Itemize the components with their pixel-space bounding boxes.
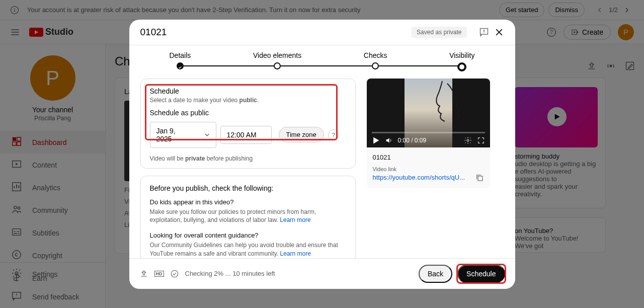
private-note: Video will be private before publishing <box>141 148 355 162</box>
schedule-button[interactable]: Schedule <box>457 265 505 283</box>
step-checks[interactable]: Checks <box>364 51 387 71</box>
step-details[interactable]: Details <box>170 51 191 71</box>
video-thumbnail[interactable]: 0:00 / 0:09 <box>367 79 490 147</box>
publish-check-card: Before you publish, check the following:… <box>140 176 356 258</box>
play-icon[interactable] <box>372 136 380 144</box>
dialog-header: 01021 Saved as private <box>129 20 515 45</box>
schedule-desc: Select a date to make your video public. <box>150 97 346 104</box>
schedule-sub: Schedule as public <box>150 109 346 117</box>
back-button[interactable]: Back <box>419 265 452 283</box>
step-label: Checks <box>364 51 387 59</box>
schedule-title: Schedule <box>150 87 346 95</box>
dialog-body: Schedule Select a date to make your vide… <box>129 71 515 258</box>
step-label: Details <box>170 51 191 59</box>
check-q1: Do kids appear in this video? <box>150 198 346 206</box>
learn-more-link[interactable]: Learn more <box>280 216 310 223</box>
check-q2: Looking for overall content guidance? <box>150 232 346 239</box>
check-d1: Make sure you follow our policies to pro… <box>150 208 346 225</box>
close-icon[interactable] <box>494 27 504 37</box>
schedule-card: Schedule Select a date to make your vide… <box>140 79 356 169</box>
video-link-label: Video link <box>373 166 484 172</box>
modal-overlay: 01021 Saved as private Details Video ele… <box>0 0 644 308</box>
video-time: 0:00 / 0:09 <box>398 137 427 144</box>
video-preview: 0:00 / 0:09 01021 Video link https://you… <box>367 79 490 188</box>
upload-status-icon <box>139 269 148 278</box>
fullscreen-icon[interactable] <box>477 136 485 144</box>
svg-rect-22 <box>478 176 482 181</box>
video-link[interactable]: https://youtube.com/shorts/qU... <box>373 174 465 181</box>
time-input[interactable] <box>220 126 272 144</box>
step-visibility[interactable]: Visibility <box>449 51 474 71</box>
chevron-down-icon <box>205 133 209 136</box>
footer-status: Checking 2% ... 10 minutes left <box>185 270 275 277</box>
video-title: 01021 <box>373 153 484 161</box>
help-icon[interactable]: ? <box>328 129 339 140</box>
date-value: Jan 9, 2025 <box>156 127 190 143</box>
dialog-title: 01021 <box>140 27 412 38</box>
svg-point-23 <box>171 270 178 277</box>
svg-point-21 <box>467 139 469 141</box>
upload-dialog: 01021 Saved as private Details Video ele… <box>129 20 515 289</box>
check-title: Before you publish, check the following: <box>150 184 346 192</box>
saved-chip: Saved as private <box>412 27 466 38</box>
gear-icon[interactable] <box>464 136 472 144</box>
hd-badge: HD <box>154 271 164 277</box>
schedule-label: Schedule <box>466 270 496 278</box>
check-status-icon <box>170 269 179 278</box>
stepper: Details Video elements Checks Visibility <box>129 45 515 71</box>
timezone-button[interactable]: Time zone <box>279 127 324 142</box>
step-label: Visibility <box>449 51 474 59</box>
copy-icon[interactable] <box>475 173 484 182</box>
dialog-footer: HD Checking 2% ... 10 minutes left Back … <box>129 258 515 289</box>
step-video-elements[interactable]: Video elements <box>253 51 301 71</box>
learn-more-link[interactable]: Learn more <box>280 250 311 257</box>
feedback-icon[interactable] <box>479 27 489 37</box>
date-dropdown[interactable]: Jan 9, 2025 <box>150 122 216 148</box>
step-label: Video elements <box>253 51 301 59</box>
volume-icon[interactable] <box>385 136 393 144</box>
check-d2: Our Community Guidelines can help you av… <box>150 241 346 258</box>
